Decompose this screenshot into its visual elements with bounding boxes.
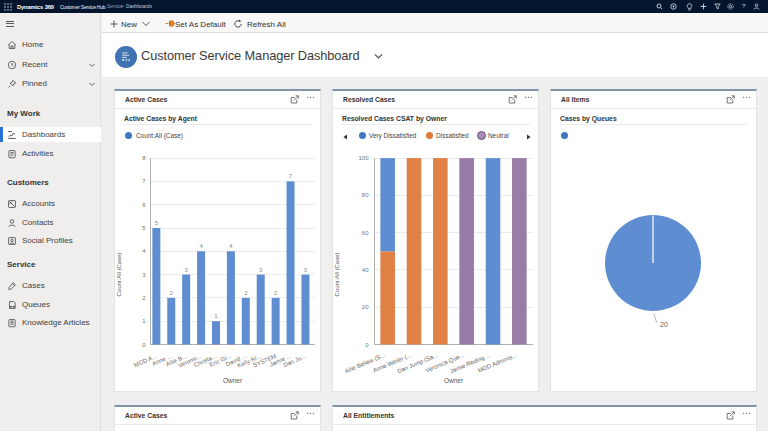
svg-text:1: 1 (214, 313, 218, 319)
svg-text:Owner: Owner (444, 377, 464, 384)
svg-text:3: 3 (185, 267, 189, 273)
svg-text:2: 2 (244, 290, 248, 296)
svg-text:7: 7 (142, 178, 146, 184)
svg-text:6: 6 (142, 202, 146, 208)
svg-text:4: 4 (142, 248, 146, 254)
svg-text:3: 3 (142, 272, 146, 278)
svg-text:0: 0 (365, 342, 369, 348)
svg-text:20: 20 (660, 321, 668, 328)
svg-text:0: 0 (142, 342, 146, 348)
svg-text:20: 20 (362, 304, 369, 310)
svg-text:Count:All (Case): Count:All (Case) (334, 252, 340, 296)
svg-text:5: 5 (142, 225, 146, 231)
svg-text:Count:All (Case): Count:All (Case) (116, 252, 122, 296)
svg-text:7: 7 (289, 173, 293, 179)
svg-text:80: 80 (362, 192, 369, 198)
svg-text:100: 100 (358, 155, 369, 161)
svg-text:60: 60 (362, 230, 369, 236)
svg-text:4: 4 (199, 243, 203, 249)
svg-text:2: 2 (274, 290, 278, 296)
svg-text:2: 2 (170, 290, 174, 296)
svg-text:8: 8 (142, 155, 146, 161)
svg-text:4: 4 (229, 243, 233, 249)
svg-text:1: 1 (142, 318, 146, 324)
svg-text:5: 5 (155, 220, 159, 226)
svg-text:2: 2 (142, 295, 146, 301)
svg-text:40: 40 (362, 267, 369, 273)
svg-text:Owner: Owner (223, 377, 243, 384)
svg-text:3: 3 (304, 267, 308, 273)
svg-text:3: 3 (259, 267, 263, 273)
